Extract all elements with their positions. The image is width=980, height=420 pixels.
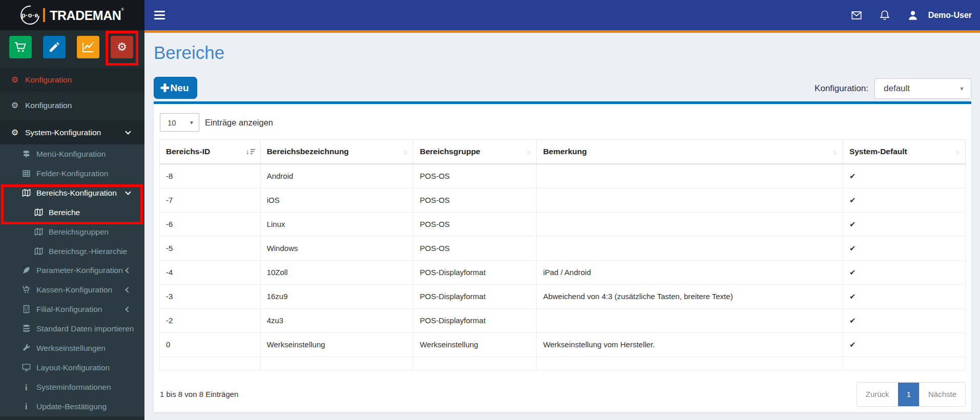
gears-icon: ⚙ — [8, 76, 22, 84]
sidebar-item-label: Bereichsgruppen — [49, 227, 109, 237]
table-row[interactable]: -6 Linux POS-OS ✔ — [160, 212, 966, 236]
table-row[interactable]: -2 4zu3 POS-Displayformat ✔ — [160, 308, 966, 332]
sidebar-item-bereichsgruppen[interactable]: Bereichsgruppen — [0, 222, 144, 242]
sidebar-item-label: Bereichsgr.-Hierarchie — [49, 247, 127, 256]
sidebar-item-bereiche[interactable]: Bereiche — [0, 203, 144, 222]
table-row[interactable]: -3 16zu9 POS-Displayformat Abweichend vo… — [160, 284, 966, 308]
gears-icon: ⚙ — [8, 101, 22, 110]
sidebar-item-werkseinstellungen[interactable]: Werkseinstellungen — [0, 339, 144, 358]
bell-icon — [879, 10, 890, 21]
chevron-left-icon — [125, 287, 131, 293]
sidebar-item-layout-konfiguration[interactable]: Layout-Konfiguration — [0, 358, 144, 377]
control-row: ✚Neu Konfiguration: default ▼ — [154, 77, 971, 99]
sidebar-item-label: Layout-Konfiguration — [36, 363, 110, 372]
table-row[interactable]: -8 Android POS-OS ✔ — [160, 164, 966, 188]
cell-name: iOS — [260, 188, 413, 212]
cell-system-default-check: ✔ — [843, 332, 965, 356]
configuration-value: default — [884, 83, 910, 94]
sidebar-item-menu-konfiguration[interactable]: Menü-Konfiguration — [0, 144, 144, 164]
sidebar-item-filial-konfiguration[interactable]: Filial-Konfiguration — [0, 300, 144, 319]
chevron-left-icon — [125, 268, 131, 274]
sidebar-item-bereichsgr-hierarchie[interactable]: Bereichsgr.-Hierarchie — [0, 242, 144, 261]
pagination-page-1-button[interactable]: 1 — [898, 383, 919, 406]
sidebar-item-standard-daten-importieren[interactable]: Standard Daten importieren — [0, 319, 144, 339]
bereiche-table: Bereichs-ID ↓ Bereichsbezeichnung↑↓ Bere… — [159, 139, 966, 370]
reports-shortcut-button[interactable] — [77, 36, 99, 58]
sidebar-item-label: Parameter-Konfiguration — [36, 266, 123, 275]
cart-plus-icon — [19, 285, 33, 295]
configuration-picker: Konfiguration: default ▼ — [815, 78, 971, 99]
cell-note — [537, 236, 843, 260]
messages-button[interactable] — [843, 0, 871, 30]
map-signs-icon — [19, 150, 33, 159]
sidebar-item-label: Update-Bestätigung — [36, 402, 107, 411]
sidebar-item-parameter-konfiguration[interactable]: Parameter-Konfiguration — [0, 261, 144, 281]
sort-icon: ↑↓ — [832, 148, 838, 156]
sidebar-item-konfiguration-active[interactable]: ⚙ Konfiguration — [0, 68, 144, 92]
sidebar-item-label: Bereichs-Konfiguration — [36, 188, 117, 198]
shortcut-button-row: ⚙ — [0, 30, 144, 67]
table-info: 1 bis 8 von 8 Einträgen — [160, 390, 238, 398]
cell-group: Werkseinstellung — [413, 332, 537, 356]
chart-icon — [82, 41, 94, 53]
cell-name: Werkseinstellung — [260, 332, 413, 356]
column-header-system-default[interactable]: System-Default↑↓ — [843, 140, 965, 164]
pencil-icon — [48, 41, 60, 53]
sidebar-item-felder-konfiguration[interactable]: Felder-Konfiguration — [0, 164, 144, 183]
cell-group: POS-OS — [413, 188, 537, 212]
page-title: Bereiche — [154, 43, 971, 63]
configuration-select[interactable]: default ▼ — [874, 78, 971, 99]
cell-id: -4 — [160, 260, 261, 284]
page-length-label: Einträge anzeigen — [205, 118, 273, 128]
sort-icon: ↑↓ — [403, 148, 408, 156]
chevron-left-icon — [125, 307, 131, 312]
username[interactable]: Demo-User — [928, 11, 972, 20]
map-icon — [32, 227, 45, 237]
pagination-prev-button[interactable]: Zurück — [857, 383, 898, 406]
sidebar-item-systeminformationen[interactable]: i Systeminformationen — [0, 377, 144, 397]
pos-shortcut-button[interactable] — [9, 36, 32, 58]
logo[interactable]: p·o·e TRADEMAN® — [0, 0, 144, 30]
cell-note — [537, 164, 843, 188]
configuration-shortcut-button[interactable]: ⚙ — [111, 36, 133, 58]
edit-shortcut-button[interactable] — [43, 36, 66, 58]
info-icon: i — [19, 383, 33, 392]
new-button[interactable]: ✚Neu — [154, 77, 197, 99]
table-row[interactable]: 0 Werkseinstellung Werkseinstellung Werk… — [160, 332, 966, 356]
sidebar-toggle-button[interactable] — [154, 5, 176, 26]
column-header-bereichs-id[interactable]: Bereichs-ID ↓ — [160, 140, 261, 164]
table-row[interactable]: -7 iOS POS-OS ✔ — [160, 188, 966, 212]
column-header-bemerkung[interactable]: Bemerkung↑↓ — [537, 140, 843, 164]
building-icon — [19, 305, 33, 314]
brand-title: TRADEMAN® — [50, 7, 123, 23]
table-row[interactable]: -4 10Zoll POS-Displayformat iPad / Andro… — [160, 260, 966, 284]
cell-name: Linux — [260, 212, 413, 236]
table-row[interactable]: -5 Windows POS-OS ✔ — [160, 236, 966, 260]
column-header-bereichsbezeichnung[interactable]: Bereichsbezeichnung↑↓ — [260, 140, 413, 164]
sidebar-item-label: Konfiguration — [25, 75, 72, 85]
table-row-empty — [160, 356, 966, 370]
page-length-row: 10 ▼ Einträge anzeigen — [160, 113, 966, 132]
table-footer: 1 bis 8 von 8 Einträgen Zurück 1 Nächste — [159, 382, 966, 407]
user-menu-button[interactable] — [899, 0, 927, 30]
sidebar-item-label: Werkseinstellungen — [36, 344, 106, 353]
cell-group: POS-Displayformat — [413, 284, 537, 308]
sidebar-item-system-konfiguration[interactable]: ⚙ System-Konfiguration — [0, 120, 144, 144]
monitor-icon — [19, 363, 33, 372]
column-header-bereichsgruppe[interactable]: Bereichsgruppe↑↓ — [413, 140, 537, 164]
cell-id: -5 — [160, 236, 261, 260]
notifications-button[interactable] — [871, 0, 899, 30]
sidebar-item-update-bestaetigung[interactable]: i Update-Bestätigung — [0, 397, 144, 416]
page-length-select[interactable]: 10 ▼ — [160, 113, 199, 132]
cell-id: -7 — [160, 188, 261, 212]
sidebar-item-konfiguration[interactable]: ⚙ Konfiguration — [0, 94, 144, 117]
sidebar-item-label: Felder-Konfiguration — [36, 169, 108, 178]
cell-group: POS-OS — [413, 212, 537, 236]
sidebar-item-label: Filial-Konfiguration — [36, 305, 102, 314]
database-icon — [19, 324, 33, 333]
sidebar-item-kassen-konfiguration[interactable]: Kassen-Konfiguration — [0, 280, 144, 300]
pagination-next-button[interactable]: Nächste — [919, 383, 965, 406]
pagination: Zurück 1 Nächste — [857, 382, 966, 407]
sidebar-item-bereichs-konfiguration[interactable]: Bereichs-Konfiguration — [0, 183, 144, 203]
cell-group: POS-OS — [413, 236, 537, 260]
